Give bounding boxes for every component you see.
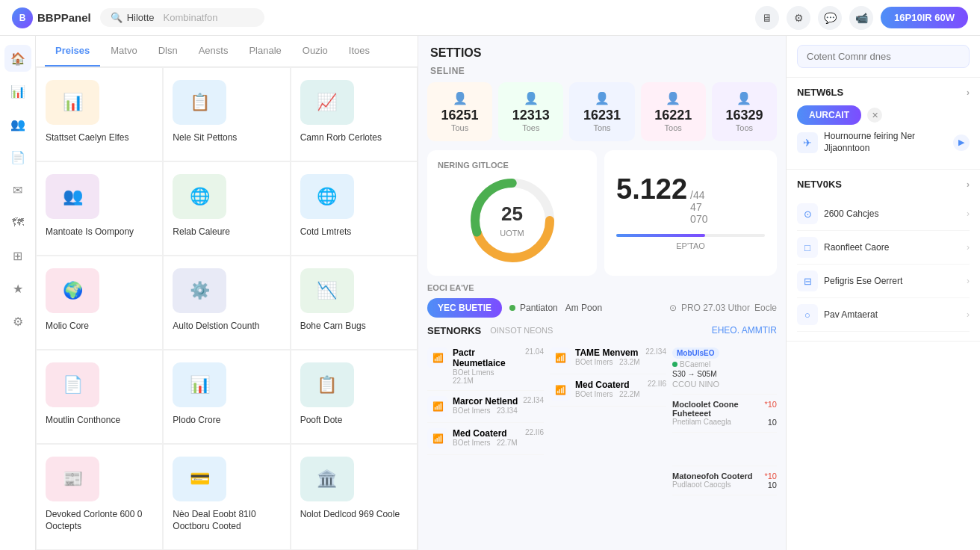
video-icon[interactable]: 📹 bbox=[849, 6, 873, 30]
middle-panel: SETTIOS SELINE 👤 16251 Tous 👤 12313 Toes… bbox=[418, 36, 786, 550]
tab-ouzio[interactable]: Ouzio bbox=[292, 36, 338, 67]
network-add-arrow[interactable]: ▶ bbox=[953, 135, 970, 151]
m3-plus: *10 bbox=[764, 472, 777, 481]
m2-empty bbox=[672, 438, 777, 460]
sidebar-star[interactable]: ★ bbox=[4, 275, 31, 302]
m3-num: 10 bbox=[768, 481, 777, 489]
plugin-card-12[interactable]: 📰 Devoked Corlonte 600 0 Ooctepts bbox=[36, 444, 163, 550]
stat-number: 16231 bbox=[583, 108, 621, 123]
forecast-section: EOCI EA'VE YEC BUETIE Pantiaton Am Poon … bbox=[418, 283, 786, 325]
gauge-center: 25 UOTM bbox=[500, 202, 524, 238]
right-list-item-1[interactable]: □ Raonfleet Caore › bbox=[797, 231, 970, 265]
stat-cards: 👤 16251 Tous 👤 12313 Toes 👤 16231 Tons 👤… bbox=[418, 82, 786, 150]
networks-section: SETNORKS OINSOT NEONS EHEO. AMMTIR 📶 Pac… bbox=[418, 325, 786, 550]
right-list-item-2[interactable]: ⊟ Pefigris Ese Oerrert › bbox=[797, 265, 970, 298]
right-list-label: 2600 Cahcjes bbox=[824, 208, 967, 219]
metric-bar bbox=[616, 234, 765, 237]
search-query: Kombinatfon bbox=[164, 12, 218, 23]
plugin-card-11[interactable]: 📋 Pooft Dote bbox=[291, 350, 418, 444]
net-icon: 📶 bbox=[550, 347, 571, 368]
add-button[interactable]: AURCAIT bbox=[797, 105, 861, 125]
gauge-container: NERING GITLOCE 25 UOTM bbox=[427, 150, 597, 276]
navbar-search[interactable]: 🔍 Hilotte Kombinatfon bbox=[100, 8, 264, 27]
networks-see-all[interactable]: EHEO. AMMTIR bbox=[712, 325, 777, 336]
tab-aensts[interactable]: Aensts bbox=[188, 36, 239, 67]
seline-label: SELINE bbox=[418, 66, 786, 82]
logo-text: BBPPanel bbox=[37, 11, 91, 24]
network-row[interactable]: 📶 Marcor Netlend BOet Imers 23.I34 22.I3… bbox=[427, 391, 544, 423]
plugin-card-8[interactable]: 📉 Bohe Carn Bugs bbox=[291, 256, 418, 350]
plugin-card-4[interactable]: 🌐 Relab Caleure bbox=[163, 161, 290, 256]
metric-label: EP'TAO bbox=[616, 241, 765, 250]
plugin-icon: 📊 bbox=[46, 80, 99, 125]
plugin-card-13[interactable]: 💳 Nèo Deal Eoobt 81I0 Ooctboru Cooted bbox=[163, 444, 290, 550]
plugin-card-9[interactable]: 📄 Moutlin Conthonce bbox=[36, 350, 163, 444]
plugin-card-10[interactable]: 📊 Plodo Crore bbox=[163, 350, 290, 444]
stat-unit: Toos bbox=[736, 123, 753, 132]
plugin-card-1[interactable]: 📋 Nele Sit Pettons bbox=[163, 67, 290, 161]
stat-card-3: 👤 16221 Toos bbox=[641, 82, 706, 141]
tab-matvo[interactable]: Matvo bbox=[100, 36, 147, 67]
plugin-card-5[interactable]: 🌐 Cotd Lmtrets bbox=[291, 161, 418, 256]
plugin-card-7[interactable]: ⚙️ Aulto Delstion Counth bbox=[163, 256, 290, 350]
sidebar-settings[interactable]: ⚙ bbox=[4, 308, 31, 335]
sidebar-chart[interactable]: 📊 bbox=[4, 78, 31, 105]
main-layout: 🏠 📊 👥 📄 ✉ 🗺 ⊞ ★ ⚙ Preises Matvo Dlsn Aen… bbox=[0, 36, 980, 550]
net-info: Med Coaterd BOet Imers 22.7M bbox=[453, 428, 521, 447]
plugin-icon: 💳 bbox=[173, 457, 226, 501]
m1-sub: Pnetilam Caaegla bbox=[672, 418, 731, 427]
settings-icon[interactable]: ⚙ bbox=[787, 6, 810, 30]
sidebar-home[interactable]: 🏠 bbox=[4, 45, 31, 72]
plugin-card-0[interactable]: 📊 Stattset Caelyn Elfes bbox=[36, 67, 163, 161]
left-panel: Preises Matvo Dlsn Aensts Planale Ouzio … bbox=[36, 36, 418, 550]
tab-dlsn[interactable]: Dlsn bbox=[148, 36, 188, 67]
tab-planale[interactable]: Planale bbox=[238, 36, 291, 67]
forecast-right-text: PRO 27.03 Uthor bbox=[681, 303, 750, 313]
network-add-text: Hournourne feiring Ner Jljaonntoon bbox=[824, 131, 947, 154]
right-search-input[interactable] bbox=[797, 45, 970, 68]
sidebar-grid[interactable]: ⊞ bbox=[4, 242, 31, 269]
net-sub: BOet Imers 23.2M bbox=[575, 358, 641, 366]
m3-label: Matoneofoh Cooterd bbox=[672, 472, 753, 481]
plugin-card-14[interactable]: 🏛️ Nolot Dedlcod 969 Coole bbox=[291, 444, 418, 550]
close-tag[interactable]: ✕ bbox=[867, 108, 882, 123]
network-row[interactable]: 📶 Pactr Neumetlaice BOet Lmens 22.1M 21.… bbox=[427, 342, 544, 391]
plugin-name: Camn Rorb Cerlotes bbox=[300, 132, 382, 144]
tab-itoes[interactable]: Itoes bbox=[338, 36, 380, 67]
plugin-name: Nolot Dedlcod 969 Coole bbox=[300, 509, 400, 521]
chat-icon[interactable]: 💬 bbox=[818, 6, 842, 30]
logo-icon: B bbox=[12, 7, 33, 28]
sidebar-map[interactable]: 🗺 bbox=[4, 209, 31, 236]
right-networks-list-title: NETV0KS › bbox=[797, 179, 970, 190]
plugin-card-3[interactable]: 👥 Mantoate Is Oompony bbox=[36, 161, 163, 256]
monitor-icon[interactable]: 🖥 bbox=[755, 6, 779, 30]
m1-plus: *10 bbox=[764, 400, 777, 418]
right-list-item-3[interactable]: ○ Pav Amtaerat › bbox=[797, 298, 970, 332]
network-row[interactable]: 📶 TAME Menvem BOet Imers 23.2M 22.I34 bbox=[550, 342, 666, 374]
metric-number-row: 5.122 /4447070 bbox=[616, 175, 765, 225]
plugin-card-6[interactable]: 🌍 Molio Core bbox=[36, 256, 163, 350]
plugin-icon: 📰 bbox=[46, 457, 99, 501]
net-info: Marcor Netlend BOet Imers 23.I34 bbox=[453, 396, 518, 415]
tab-bar: Preises Matvo Dlsn Aensts Planale Ouzio … bbox=[36, 36, 418, 67]
stat-number: 12313 bbox=[512, 108, 550, 123]
forecast-button[interactable]: YEC BUETIE bbox=[427, 298, 502, 318]
sidebar-doc[interactable]: 📄 bbox=[4, 143, 31, 170]
network-row[interactable]: 📶 Med Coaterd BOet Imers 22.2M 22.II6 bbox=[550, 374, 666, 407]
nav-primary-button[interactable]: 16P10IR 60W bbox=[881, 7, 968, 28]
sidebar-users[interactable]: 👥 bbox=[4, 111, 31, 138]
network-row[interactable]: 📶 Med Coaterd BOet Imers 22.7M 22.II6 bbox=[427, 423, 544, 455]
right-list-item-0[interactable]: ⊙ 2600 Cahcjes › bbox=[797, 197, 970, 231]
sidebar-mail[interactable]: ✉ bbox=[4, 176, 31, 203]
net-date: 22.II6 bbox=[525, 428, 544, 436]
right-list-label: Raonfleet Caore bbox=[824, 242, 967, 253]
stat-unit: Tous bbox=[451, 123, 468, 132]
plugin-name: Nèo Deal Eoobt 81I0 Ooctboru Cooted bbox=[173, 509, 280, 532]
plugin-card-2[interactable]: 📈 Camn Rorb Cerlotes bbox=[291, 67, 418, 161]
tab-preises[interactable]: Preises bbox=[45, 36, 100, 67]
m1-num: 10 bbox=[768, 418, 777, 427]
right-list-chevron-icon: › bbox=[967, 208, 970, 219]
metric-fraction: /4447070 bbox=[690, 189, 707, 225]
right-list-chevron-icon: › bbox=[967, 242, 970, 253]
plugin-name: Molio Core bbox=[46, 321, 89, 333]
